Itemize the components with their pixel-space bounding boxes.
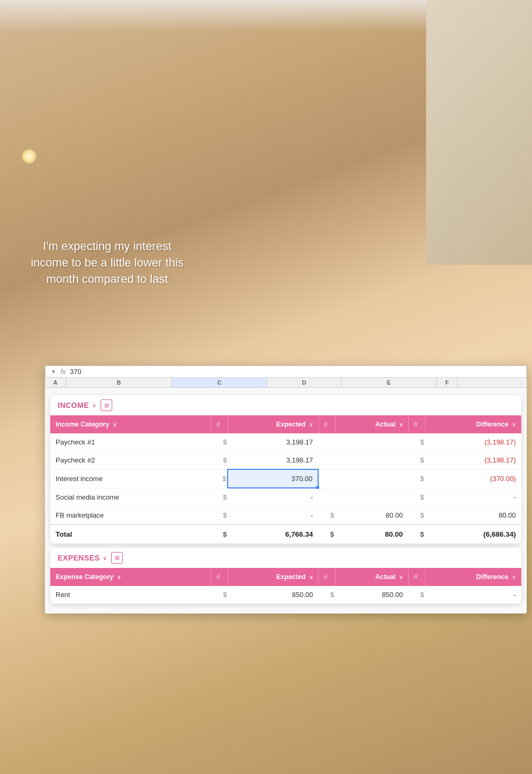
expense-actual-header[interactable]: Actual ∨ [335,568,408,586]
income-total-actual-symbol: $ [318,524,335,544]
formula-value: 370 [70,368,82,376]
income-actual-sym-cell [318,433,335,451]
income-category-cell[interactable]: Paycheck #1 [50,433,211,451]
cell-ref-dropdown[interactable]: ▼ [51,369,56,375]
income-table-row: Social media income $ - $ - [50,488,521,506]
expenses-icon[interactable]: ⊞ [111,552,123,564]
income-expected-header[interactable]: Expected ∨ [228,415,318,433]
income-total-label: Total [50,524,211,544]
income-diff-sym-cell: $ [408,433,425,451]
expense-expected-hash: # [211,568,228,586]
col-header-c[interactable]: C [172,378,267,387]
income-expected-cell[interactable]: - [228,488,318,506]
exp-category-sort-icon[interactable]: ∨ [117,574,121,580]
income-diff-sym-cell: $ [408,488,425,506]
lamp-light [21,148,37,164]
expenses-title: EXPENSES [58,554,100,562]
income-actual-sym-cell [318,451,335,470]
income-category-cell[interactable]: FB marketplace [50,506,211,525]
income-total-diff-symbol: $ [408,524,425,544]
income-diff-cell[interactable]: 80.00 [425,506,521,525]
income-diff-sym-cell: $ [408,451,425,470]
income-expected-sym-cell: $ [211,451,228,470]
exp-difference-sort-icon[interactable]: ∨ [512,574,516,580]
col-header-b[interactable]: B [66,378,172,387]
income-expected-cell[interactable]: 3,198.17 [228,433,318,451]
income-table-row: Paycheck #1 $ 3,198.17 $ (3,198.17) [50,433,521,451]
income-diff-sym-cell: $ [408,506,425,525]
income-actual-sym-cell: $ [318,506,335,525]
income-table-row: FB marketplace $ - $ 80.00 $ 80.00 [50,506,521,525]
income-expected-sym-cell: $ [211,433,228,451]
income-category-cell[interactable]: Social media income [50,488,211,506]
income-expected-cell[interactable]: - [228,506,318,525]
wall-bg [426,0,532,265]
expenses-table-header-row: Expense Category ∨ # Expected ∨ [50,568,521,586]
expense-diff-hash: # [408,568,425,586]
income-expected-cell[interactable]: 3,198.17 [228,451,318,470]
spreadsheet-wrapper: ▼ fx 370 A B C D E F INCOME ∨ ⊞ [45,366,527,613]
income-diff-cell[interactable]: (370.00) [425,469,521,488]
income-category-cell[interactable]: Interest income [50,469,211,488]
income-category-header[interactable]: Income Category ∨ [50,415,211,433]
expected-sort-icon[interactable]: ∨ [309,422,313,428]
income-expected-sym-cell: $ [211,469,228,488]
income-table-row: Paycheck #2 $ 3,198.17 $ (3,198.17) [50,451,521,470]
income-actual-hash: # [318,415,335,433]
income-icon[interactable]: ⊞ [101,399,112,411]
expenses-table: Expense Category ∨ # Expected ∨ [50,568,521,604]
income-actual-cell[interactable] [335,451,408,470]
expense-category-header[interactable]: Expense Category ∨ [50,568,211,586]
income-chevron[interactable]: ∨ [92,402,96,409]
income-category-cell[interactable]: Paycheck #2 [50,451,211,470]
income-diff-cell[interactable]: (3,198.17) [425,451,521,470]
income-actual-cell[interactable] [335,433,408,451]
income-expected-sym-cell: $ [211,488,228,506]
income-expected-hash: # [211,415,228,433]
income-actual-cell[interactable] [335,469,408,488]
expense-actual-sym-cell: $ [318,586,335,604]
income-section: INCOME ∨ ⊞ Income Category ∨ # [50,395,521,544]
expenses-chevron[interactable]: ∨ [103,555,107,562]
income-total-difference: (6,686.34) [425,524,521,544]
expense-diff-cell[interactable]: - [425,586,521,604]
tables-area: INCOME ∨ ⊞ Income Category ∨ # [45,388,527,613]
income-diff-hash: # [408,415,425,433]
expense-expected-cell[interactable]: 850.00 [228,586,318,604]
income-table: Income Category ∨ # Expected ∨ [50,415,521,544]
income-total-actual: 80.00 [335,524,408,544]
actual-sort-icon[interactable]: ∨ [399,422,403,428]
income-expected-sym-cell: $ [211,506,228,525]
income-actual-cell[interactable]: 80.00 [335,506,408,525]
expenses-section: EXPENSES ∨ ⊞ Expense Category ∨ # [50,548,521,604]
expense-expected-header[interactable]: Expected ∨ [228,568,318,586]
income-actual-header[interactable]: Actual ∨ [335,415,408,433]
col-header-f[interactable]: F [437,378,458,387]
income-actual-sym-cell [318,488,335,506]
column-headers-row: A B C D E F [45,378,527,388]
expense-category-cell[interactable]: Rent [50,586,211,604]
difference-sort-icon[interactable]: ∨ [512,422,516,428]
overlay-caption: I'm expecting my interest income to be a… [29,238,185,287]
col-header-a[interactable]: A [45,378,66,387]
expense-expected-sym-cell: $ [211,586,228,604]
income-total-expected: 6,766.34 [228,524,318,544]
income-actual-cell[interactable] [335,488,408,506]
income-difference-header[interactable]: Difference ∨ [425,415,521,433]
formula-bar: ▼ fx 370 [45,366,527,378]
income-diff-cell[interactable]: - [425,488,521,506]
income-diff-cell[interactable]: (3,198.17) [425,433,521,451]
income-section-header: INCOME ∨ ⊞ [50,395,521,415]
expense-actual-cell[interactable]: 850.00 [335,586,408,604]
col-header-d[interactable]: D [267,378,341,387]
expense-difference-header[interactable]: Difference ∨ [425,568,521,586]
income-title: INCOME [58,401,89,410]
exp-expected-sort-icon[interactable]: ∨ [309,574,313,580]
income-total-row: Total $ 6,766.34 $ 80.00 $ (6,686.34) [50,524,521,544]
col-header-e[interactable]: E [341,378,437,387]
category-sort-icon[interactable]: ∨ [113,422,116,428]
income-table-header-row: Income Category ∨ # Expected ∨ [50,415,521,433]
spreadsheet-container: ▼ fx 370 A B C D E F INCOME ∨ ⊞ [45,366,527,613]
exp-actual-sort-icon[interactable]: ∨ [399,574,403,580]
income-expected-cell[interactable]: 370.00 [228,469,318,488]
